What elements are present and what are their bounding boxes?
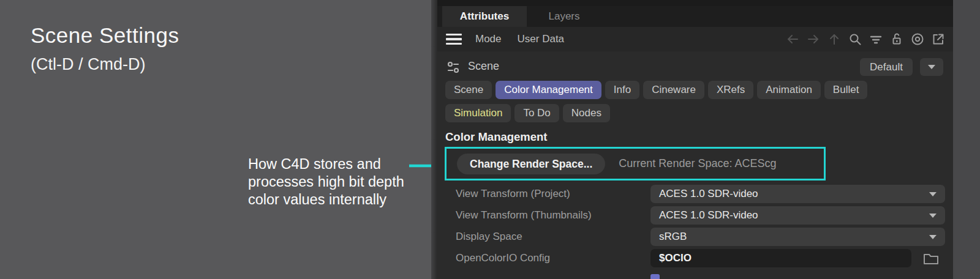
view-transform-project-dropdown[interactable]: ACES 1.0 SDR-video	[650, 185, 945, 203]
annotation-line: processes high bit depth	[248, 173, 404, 191]
tab-nodes[interactable]: Nodes	[563, 104, 610, 122]
display-space-dropdown[interactable]: sRGB	[650, 228, 945, 246]
dropdown-value: sRGB	[659, 231, 687, 242]
tab-animation[interactable]: Animation	[757, 81, 821, 99]
tab-info[interactable]: Info	[605, 81, 639, 99]
scene-object-icon	[446, 59, 462, 75]
lock-icon[interactable]	[889, 32, 904, 46]
param-label: OpenColorIO Config	[456, 249, 550, 267]
tab-bullet[interactable]: Bullet	[824, 81, 868, 99]
param-label: View Transform (Thumbnails)	[456, 206, 592, 225]
tab-to-do[interactable]: To Do	[514, 104, 559, 122]
chevron-down-icon	[929, 214, 937, 218]
param-row-display-space: Display Space sRGB	[437, 228, 953, 246]
dropdown-value: ACES 1.0 SDR-video	[659, 188, 758, 199]
current-render-space-label: Current Render Space: ACEScg	[619, 157, 776, 170]
chevron-down-icon	[929, 192, 937, 196]
param-label: View Transform (Project)	[456, 185, 570, 203]
chevron-down-icon	[929, 235, 937, 239]
up-arrow-icon[interactable]	[827, 32, 842, 46]
tab-xrefs[interactable]: XRefs	[708, 81, 753, 99]
partial-checkbox[interactable]	[650, 274, 660, 279]
change-render-space-button[interactable]: Change Render Space...	[457, 154, 605, 174]
page-shortcut: (Ctl-D / Cmd-D)	[31, 55, 145, 74]
menu-mode[interactable]: Mode	[475, 33, 502, 45]
panel-tabs-row: Attributes Layers	[437, 6, 953, 27]
param-row-view-transform-project: View Transform (Project) ACES 1.0 SDR-vi…	[437, 185, 953, 203]
modebar-icons	[785, 32, 953, 46]
annotation-line: How C4D stores and	[248, 155, 404, 173]
param-row-view-transform-thumbnails: View Transform (Thumbnails) ACES 1.0 SDR…	[437, 206, 953, 225]
mode-bar: Mode User Data	[437, 27, 953, 51]
ocio-config-input[interactable]: $OCIO	[650, 249, 911, 267]
forward-arrow-icon[interactable]	[806, 32, 821, 46]
tab-attributes-label: Attributes	[460, 10, 509, 23]
page-title: Scene Settings	[31, 23, 179, 48]
menu-user-data[interactable]: User Data	[518, 33, 565, 45]
hamburger-menu-icon[interactable]	[446, 34, 462, 45]
search-icon[interactable]	[848, 32, 862, 46]
screenshot-stage: Scene Settings (Ctl-D / Cmd-D) How C4D s…	[0, 0, 980, 279]
dropdown-value: ACES 1.0 SDR-video	[659, 209, 758, 221]
tab-scene[interactable]: Scene	[445, 81, 492, 99]
external-link-icon[interactable]	[931, 32, 946, 46]
annotation-line: color values internally	[248, 191, 404, 209]
tab-simulation[interactable]: Simulation	[445, 104, 511, 122]
highlight-box: Change Render Space... Current Render Sp…	[445, 147, 826, 180]
preset-dropdown-button[interactable]	[920, 58, 943, 76]
preset-label: Default	[870, 61, 903, 73]
filter-icon[interactable]	[869, 32, 883, 46]
param-row-ocio-config: OpenColorIO Config $OCIO	[437, 249, 953, 267]
object-name-label: Scene	[468, 60, 499, 73]
annotation-text: How C4D stores and processes high bit de…	[248, 155, 404, 209]
param-label: Display Space	[456, 228, 522, 246]
back-arrow-icon[interactable]	[785, 32, 800, 46]
tab-color-management[interactable]: Color Management	[496, 81, 601, 99]
target-icon[interactable]	[910, 32, 925, 46]
attribute-manager-panel: Attributes Layers Mode User Data	[437, 0, 953, 279]
preset-default-button[interactable]: Default	[860, 58, 913, 76]
panel-edge-shadow	[431, 0, 437, 279]
tab-cineware[interactable]: Cineware	[643, 81, 704, 99]
section-tabs-row2: Simulation To Do Nodes	[445, 104, 610, 122]
right-background	[953, 0, 980, 279]
view-transform-thumbnails-dropdown[interactable]: ACES 1.0 SDR-video	[650, 206, 945, 225]
folder-icon	[923, 251, 939, 265]
section-tabs-row1: Scene Color Management Info Cineware XRe…	[445, 81, 867, 99]
panel-top-strip	[437, 0, 953, 6]
tab-attributes[interactable]: Attributes	[442, 6, 527, 27]
folder-browse-button[interactable]	[918, 249, 944, 267]
section-heading: Color Management	[445, 130, 548, 144]
chevron-down-icon	[928, 65, 935, 69]
tab-layers-label: Layers	[548, 10, 579, 23]
tab-layers[interactable]: Layers	[530, 6, 598, 27]
